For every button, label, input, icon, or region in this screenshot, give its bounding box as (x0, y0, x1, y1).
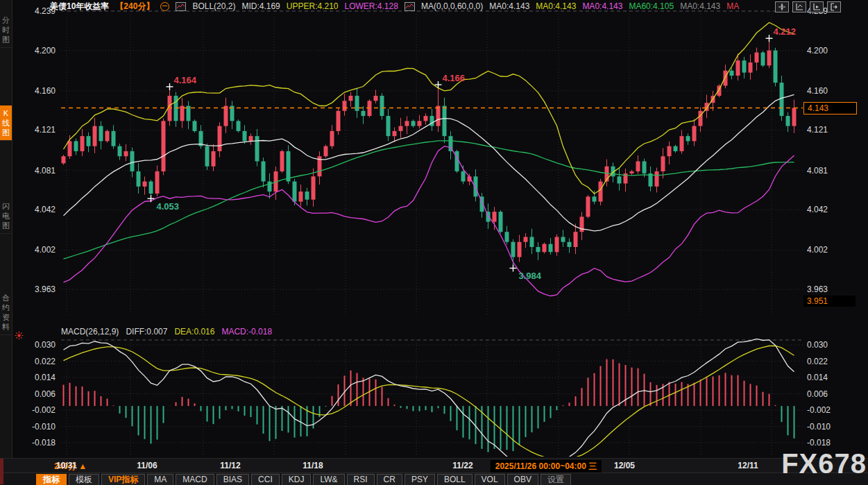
toolbar-button-4[interactable]: MA (147, 474, 173, 485)
toolbar-button-12[interactable]: PSY (405, 474, 435, 485)
sidebar-tab-char: 时 (2, 25, 10, 35)
sidebar-tab-char: 图 (2, 35, 10, 44)
toolbar-button-2[interactable]: 模板 (69, 474, 99, 485)
sidebar-tab-char: 图 (2, 221, 10, 230)
svg-text:4.053: 4.053 (157, 201, 180, 212)
toolbar-button-3[interactable]: VIP指标 (101, 474, 145, 485)
header-segment-5: MID:4.169 (241, 1, 280, 11)
toolbar-button-1[interactable]: 指标 (36, 474, 67, 485)
toolbar-button-15[interactable]: OBV (507, 474, 538, 485)
toolbar-button-14[interactable]: VOL (475, 474, 505, 485)
sidebar-tab-4[interactable]: 合约资料 (0, 290, 12, 335)
svg-text:4.042: 4.042 (807, 205, 828, 214)
selected-candle-date: 2025/11/26 00:00~04:00 三 (491, 460, 602, 473)
svg-text:4.160: 4.160 (807, 86, 828, 96)
svg-text:3.963: 3.963 (35, 284, 56, 294)
svg-text:4.002: 4.002 (35, 245, 56, 255)
date-label-5: 11/22 (452, 461, 473, 470)
sidebar-tab-2[interactable]: K线图 (0, 105, 12, 141)
zoom-chart-icon[interactable] (792, 1, 806, 12)
header-segment-12: MA0:4.143 (582, 1, 622, 11)
macd-header-segment-1: DIFF:0.007 (126, 327, 167, 337)
sidebar-tab-char: 资 (2, 312, 10, 322)
date-label-3: 11/12 (220, 461, 240, 470)
header-segment-4: BOLL(20,2) (192, 1, 235, 11)
sidebar-tab-char: 图 (2, 128, 10, 137)
toolbar-button-10[interactable]: RSI (347, 474, 375, 485)
current-price-badge: 4.143 (803, 102, 857, 114)
chart-canvas[interactable]: 4.2394.2394.2004.2004.1604.1604.1214.121… (0, 0, 868, 485)
header-segment-1: 【240分】 (115, 1, 154, 12)
indicator-header: 美债10年收益率【240分】BOLL(20,2)MID:4.169UPPER:4… (50, 1, 739, 12)
toolbar-button-7[interactable]: CCI (251, 474, 280, 485)
svg-text:0.006: 0.006 (35, 389, 56, 399)
svg-text:4.002: 4.002 (807, 245, 828, 255)
indicator-toolbar: 指标模板VIP指标MAMACDBIASCCIKDJLW&RSICRPSYBOLL… (0, 473, 868, 485)
toolbar-button-6[interactable]: BIAS (216, 474, 249, 485)
sidebar-tab-char: 电 (2, 211, 10, 221)
svg-text:4.081: 4.081 (35, 166, 56, 176)
svg-text:4.121: 4.121 (807, 125, 828, 135)
svg-text:4.200: 4.200 (35, 46, 56, 56)
play-chart-icon[interactable] (810, 1, 824, 12)
sidebar-tab-3[interactable]: 闪电图 (0, 198, 12, 234)
bottom-left-accent (0, 459, 3, 484)
toolbar-button-5[interactable]: MACD (176, 474, 214, 485)
macd-settings-icon[interactable] (15, 331, 24, 340)
header-segment-11: MA0:4.143 (536, 1, 576, 11)
svg-text:4.121: 4.121 (35, 125, 56, 135)
date-label-7: 12/11 (738, 461, 758, 470)
chart-toolbar (775, 1, 841, 12)
brand-watermark: FX678 (781, 450, 867, 477)
sidebar: 分时图K线图闪电图合约资料 (0, 0, 12, 458)
date-axis: 240分 ▲ 10/3111/0611/1211/1811/2212/0512/… (0, 458, 868, 473)
svg-text:3.963: 3.963 (807, 284, 828, 294)
sidebar-tab-char: 料 (2, 322, 10, 332)
sidebar-tab-char: 分 (2, 15, 10, 25)
crosshair-icon[interactable] (775, 1, 789, 12)
svg-text:0.006: 0.006 (807, 389, 828, 399)
toolbar-button-16[interactable]: 设置 (541, 474, 571, 485)
svg-text:-0.010: -0.010 (807, 422, 831, 432)
svg-text:0.030: 0.030 (35, 340, 56, 350)
date-label-1: 10/31 (56, 461, 77, 470)
svg-text:-0.002: -0.002 (32, 405, 56, 415)
svg-text:4.212: 4.212 (774, 26, 797, 37)
header-segment-6: UPPER:4.210 (287, 1, 339, 11)
header-segment-14: MA0:4.143 (680, 1, 720, 11)
date-label-6: 12/05 (614, 461, 635, 470)
macd-header: MACD(26,12,9)DIFF:0.007DEA:0.016MACD:-0.… (61, 327, 272, 337)
sidebar-tab-char: K (3, 108, 8, 118)
toolbar-button-8[interactable]: KDJ (282, 474, 312, 485)
svg-text:-0.018: -0.018 (32, 438, 56, 448)
svg-text:4.042: 4.042 (35, 205, 56, 214)
svg-text:-0.010: -0.010 (32, 422, 56, 432)
svg-text:4.160: 4.160 (35, 86, 56, 96)
header-segment-7: LOWER:4.128 (345, 1, 398, 11)
lower-extreme-badge: 3.951 (803, 296, 856, 307)
header-segment-15: MA (726, 1, 739, 11)
header-segment-0: 美债10年收益率 (50, 1, 109, 12)
macd-header-segment-3: MACD:-0.018 (221, 327, 272, 337)
svg-text:3.984: 3.984 (519, 271, 542, 281)
trading-app-window: 4.2394.2394.2004.2004.1604.1604.1214.121… (0, 0, 868, 485)
svg-text:0.014: 0.014 (35, 373, 56, 382)
svg-text:-0.018: -0.018 (807, 438, 831, 448)
minus-circle-icon[interactable] (160, 2, 169, 11)
toolbar-button-13[interactable]: BOLL (437, 474, 473, 485)
expand-right-icon[interactable] (827, 1, 841, 12)
date-label-2: 11/06 (137, 461, 157, 470)
svg-text:4.166: 4.166 (443, 73, 466, 83)
header-segment-10: MA0:4.143 (489, 1, 529, 11)
indicator-chart-icon (176, 2, 186, 11)
toolbar-button-9[interactable]: LW& (313, 474, 344, 485)
macd-header-segment-0: MACD(26,12,9) (61, 327, 119, 337)
header-segment-13: MA60:4.105 (629, 1, 674, 11)
svg-text:4.200: 4.200 (807, 46, 828, 56)
sidebar-tab-1[interactable]: 分时图 (0, 12, 12, 48)
sidebar-tab-char: 约 (2, 303, 10, 312)
header-segment-9: MA(0,0,0,60,0,0) (421, 1, 483, 11)
sidebar-tab-char: 合 (2, 293, 10, 303)
toolbar-button-11[interactable]: CR (377, 474, 402, 485)
svg-text:0.022: 0.022 (807, 357, 828, 366)
